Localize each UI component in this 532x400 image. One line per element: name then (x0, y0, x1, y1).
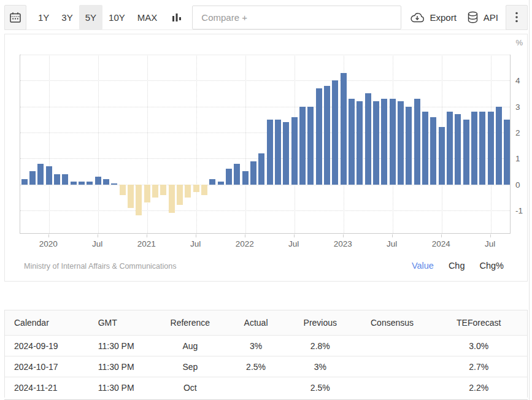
bar-2020-02[interactable] (54, 174, 60, 185)
bar-2024-06[interactable] (479, 112, 485, 184)
chart-toolbar: 1Y 3Y 5Y 10Y MAX Export (4, 5, 528, 30)
column-header-consensus: Consensus (354, 318, 431, 328)
api-button[interactable]: API (466, 11, 498, 24)
bar-2023-12[interactable] (430, 117, 436, 185)
range-button-max[interactable]: MAX (131, 5, 164, 30)
bar-2023-04[interactable] (365, 93, 371, 184)
bar-2024-04[interactable] (463, 120, 469, 185)
y-axis-unit-label: % (515, 38, 523, 47)
bar-2022-12[interactable] (332, 80, 338, 184)
bar-2021-04[interactable] (169, 185, 175, 213)
more-options-button[interactable] (506, 5, 528, 30)
bar-2024-05[interactable] (471, 112, 477, 184)
export-label: Export (430, 12, 456, 23)
bar-2021-09[interactable] (209, 179, 215, 184)
bar-2022-06[interactable] (283, 122, 289, 185)
bar-2022-04[interactable] (267, 120, 273, 185)
bar-2019-10[interactable] (21, 179, 28, 184)
bar-2024-03[interactable] (455, 114, 461, 184)
bar-2021-08[interactable] (201, 185, 207, 195)
x-axis-tick (294, 234, 295, 237)
bar-2020-08[interactable] (103, 179, 109, 184)
bar-2021-11[interactable] (226, 169, 232, 184)
bar-2020-03[interactable] (62, 174, 68, 185)
range-button-10y[interactable]: 10Y (102, 5, 131, 30)
bar-2020-09[interactable] (111, 183, 117, 185)
bar-2023-11[interactable] (422, 112, 428, 184)
range-button-3y[interactable]: 3Y (55, 5, 79, 30)
column-header-reference: Reference (155, 318, 225, 328)
bar-2024-02[interactable] (447, 112, 453, 184)
bar-2021-07[interactable] (193, 185, 199, 193)
export-button[interactable]: Export (409, 12, 456, 23)
bar-2023-01[interactable] (341, 73, 347, 185)
bar-2023-07[interactable] (390, 99, 396, 185)
api-label: API (484, 12, 498, 23)
chart-type-button[interactable] (169, 5, 184, 30)
mode-chg[interactable]: Chg (449, 261, 465, 271)
bar-2023-06[interactable] (381, 99, 387, 185)
bar-2022-03[interactable] (258, 153, 264, 185)
bar-2022-07[interactable] (291, 117, 298, 185)
bar-2024-07[interactable] (488, 112, 494, 184)
bar-2020-07[interactable] (95, 177, 101, 185)
bar-2024-09[interactable] (504, 120, 510, 185)
calendar-button[interactable] (4, 5, 26, 30)
x-axis-tick (48, 234, 49, 237)
table-row-2024-10-17[interactable]: 2024-10-1711:30 PMSep2.5%3%2.7% (5, 356, 527, 377)
bar-2023-02[interactable] (349, 99, 355, 185)
bar-2019-12[interactable] (37, 164, 44, 185)
table-cell: 11:30 PM (85, 383, 155, 393)
h-gridline (20, 107, 510, 107)
table-row-2024-11-21[interactable]: 2024-11-2111:30 PMOct2.5%2.2% (5, 377, 527, 398)
source-attribution: Ministry of Internal Affairs & Communica… (24, 262, 176, 271)
table-cell: 3% (287, 362, 354, 372)
bar-2021-06[interactable] (185, 185, 191, 198)
bar-2020-11[interactable] (128, 185, 134, 208)
table-cell: 3.0% (430, 341, 527, 351)
bar-2021-03[interactable] (160, 185, 166, 195)
bar-2021-01[interactable] (144, 185, 150, 203)
bar-2021-12[interactable] (234, 164, 240, 185)
bar-2022-10[interactable] (316, 88, 322, 185)
h-gridline (20, 185, 510, 185)
bar-2022-05[interactable] (275, 120, 281, 185)
table-body: 2024-09-1911:30 PMAug3%2.8%3.0%2024-10-1… (5, 335, 527, 398)
bar-2023-05[interactable] (373, 101, 379, 184)
mode-chgpct[interactable]: Chg% (480, 261, 504, 271)
bar-2022-08[interactable] (299, 107, 306, 185)
compare-input[interactable] (192, 6, 401, 29)
bar-2019-11[interactable] (29, 171, 36, 184)
bar-2022-02[interactable] (250, 161, 256, 185)
bar-2024-01[interactable] (439, 127, 445, 184)
bar-2023-09[interactable] (406, 107, 412, 185)
bar-2021-02[interactable] (152, 185, 158, 198)
range-button-5y[interactable]: 5Y (79, 5, 102, 30)
table-cell: 2024-10-17 (5, 362, 85, 372)
bar-2020-12[interactable] (136, 185, 142, 216)
bar-2023-10[interactable] (414, 99, 420, 185)
bar-2022-09[interactable] (307, 107, 314, 185)
bar-2020-06[interactable] (87, 182, 93, 184)
bar-2021-10[interactable] (218, 182, 224, 184)
bar-2023-03[interactable] (357, 101, 363, 184)
bar-2020-10[interactable] (120, 185, 126, 195)
bar-2021-05[interactable] (177, 185, 183, 206)
bar-2020-01[interactable] (46, 166, 52, 185)
range-button-1y[interactable]: 1Y (32, 5, 55, 30)
cloud-download-icon (409, 12, 425, 23)
bar-2024-08[interactable] (496, 107, 502, 185)
bar-2020-04[interactable] (71, 182, 77, 184)
v-gridline (147, 55, 148, 233)
table-row-2024-09-19[interactable]: 2024-09-1911:30 PMAug3%2.8%3.0% (5, 335, 527, 356)
bar-2022-01[interactable] (242, 171, 249, 184)
mode-value[interactable]: Value (412, 261, 434, 271)
column-header-teforecast: TEForecast (430, 318, 527, 328)
table-cell: 2024-11-21 (5, 383, 85, 393)
bar-2022-11[interactable] (324, 86, 330, 185)
x-axis-tick (245, 234, 245, 237)
bar-2020-05[interactable] (79, 182, 85, 184)
bar-2023-08[interactable] (398, 101, 404, 184)
chart-panel: % 43210-1 2020Jul2021Jul2022Jul2023Jul20… (4, 34, 528, 282)
x-axis-tick (98, 234, 98, 237)
